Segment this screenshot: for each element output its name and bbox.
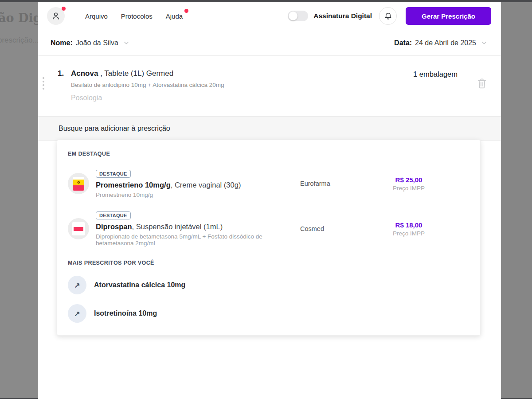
avatar-notification-dot [62, 7, 66, 11]
destaque-badge: DESTAQUE [96, 211, 131, 219]
price-value: R$ 18,00 [376, 221, 442, 229]
most-prescribed-label: Isotretinoína 10mg [94, 309, 157, 317]
item-main: Acnova , Tablete (1L) Germed Besilato de… [71, 69, 404, 102]
date-chevron-down-icon[interactable] [481, 39, 488, 47]
bell-icon [383, 12, 393, 21]
dimmed-backdrop-left: ão Digit prescrição... [0, 2, 38, 398]
suggestion-title: Diprospan, Suspensão injetável (1mL) [96, 223, 300, 231]
suggestion-form: , Creme vaginal (30g) [171, 181, 241, 189]
backdrop-clipped-text: prescrição... [0, 36, 38, 45]
item-index: 1. [58, 69, 71, 78]
cosmed-logo-icon [68, 218, 89, 239]
suggestion-text: DESTAQUE Diprospan, Suspensão injetável … [96, 211, 300, 246]
digital-signature-label: Assinatura Digital [313, 12, 372, 20]
suggestion-title: Promestrieno 10mg/g, Creme vaginal (30g) [96, 181, 300, 189]
most-prescribed-item-atorvastatina[interactable]: ↗ Atorvastatina cálcica 10mg [68, 276, 469, 294]
suggestion-item-diprospan[interactable]: DESTAQUE Diprospan, Suspensão injetável … [68, 210, 469, 247]
item-name: Acnova [71, 69, 98, 78]
destaque-badge: DESTAQUE [96, 170, 131, 178]
menu-item-ajuda-label: Ajuda [166, 12, 183, 20]
backdrop-clipped-heading: ão Digit [0, 11, 38, 25]
main-menu: Arquivo Protocolos Ajuda [85, 12, 183, 20]
menu-item-ajuda[interactable]: Ajuda [166, 12, 183, 20]
item-right-controls: 1 embalagem [413, 69, 488, 90]
person-icon [51, 11, 61, 21]
suggestion-form: , Suspensão injetável (1mL) [132, 223, 223, 231]
most-prescribed-label: Atorvastatina cálcica 10mg [94, 281, 185, 289]
price-value: R$ 25,00 [376, 176, 442, 184]
suggestion-lab: Cosmed [300, 225, 376, 232]
prescription-item-row: 1. Acnova , Tablete (1L) Germed Besilato… [38, 56, 501, 116]
suggestion-price-block: R$ 25,00 Preço IMPP [376, 176, 442, 192]
suggestion-composition: Promestrieno 10mg/g [96, 192, 300, 198]
suggestion-price-block: R$ 18,00 Preço IMPP [376, 221, 442, 237]
patient-name-value[interactable]: João da Silva [76, 39, 118, 47]
medication-search-input[interactable]: Busque para adicionar à prescrição [38, 116, 501, 141]
featured-section-header: EM DESTAQUE [68, 151, 469, 157]
date-group: Data: 24 de Abril de 2025 [394, 39, 488, 47]
delete-item-button[interactable] [476, 77, 488, 90]
suggestion-item-promestrieno[interactable]: G DESTAQUE Promestrieno 10mg/g, Creme va… [68, 165, 469, 202]
ajuda-notification-dot [184, 9, 188, 13]
menu-item-protocolos[interactable]: Protocolos [121, 12, 153, 20]
dimmed-backdrop-right [501, 2, 532, 398]
prescription-panel: Arquivo Protocolos Ajuda Assinatura Digi… [38, 2, 501, 399]
suggestion-composition: Dipropionato de betametasona 5mg/mL + Fo… [96, 233, 300, 246]
patient-bar: Nome: João da Silva Data: 24 de Abril de… [38, 30, 501, 56]
suggestion-lab: Eurofarma [300, 180, 376, 187]
suggestion-name: Promestrieno 10mg/g [96, 181, 171, 189]
digital-signature-toggle[interactable] [288, 11, 308, 21]
item-form: , Tablete (1L) Germed [98, 69, 173, 78]
posology-field[interactable]: Posologia [71, 94, 404, 102]
date-label: Data: [394, 39, 412, 47]
user-avatar-button[interactable] [47, 7, 65, 25]
date-value[interactable]: 24 de Abril de 2025 [415, 39, 476, 47]
notifications-button[interactable] [379, 7, 397, 25]
search-placeholder: Busque para adicionar à prescrição [59, 125, 170, 133]
price-caption: Preço IMPP [376, 185, 442, 192]
patient-name-label: Nome: [51, 39, 73, 47]
suggestion-name: Diprospan [96, 223, 132, 231]
quantity-value[interactable]: 1 embalagem [413, 70, 458, 78]
top-bar: Arquivo Protocolos Ajuda Assinatura Digi… [38, 2, 501, 30]
toggle-knob [289, 12, 297, 20]
generate-prescription-button[interactable]: Gerar Prescrição [406, 7, 491, 25]
suggestion-text: DESTAQUE Promestrieno 10mg/g, Creme vagi… [96, 169, 300, 198]
item-title[interactable]: Acnova , Tablete (1L) Germed [71, 69, 404, 78]
screen: ão Digit prescrição... Arquivo [0, 0, 532, 399]
suggestions-dropdown: EM DESTAQUE G DESTAQUE Promestrieno 10mg… [57, 140, 481, 336]
trending-arrow-icon: ↗ [68, 304, 86, 323]
drag-handle[interactable] [43, 77, 44, 90]
most-prescribed-item-isotretinoina[interactable]: ↗ Isotretinoína 10mg [68, 304, 469, 323]
germed-logo-icon: G [68, 173, 89, 194]
patient-chevron-down-icon[interactable] [123, 39, 130, 47]
most-prescribed-section-header: MAIS PRESCRITOS POR VOCÊ [68, 260, 469, 266]
price-caption: Preço IMPP [376, 230, 442, 237]
menu-item-arquivo[interactable]: Arquivo [85, 12, 108, 20]
item-composition: Besilato de anlodipino 10mg + Atorvastat… [71, 82, 404, 88]
trending-arrow-icon: ↗ [68, 276, 86, 294]
